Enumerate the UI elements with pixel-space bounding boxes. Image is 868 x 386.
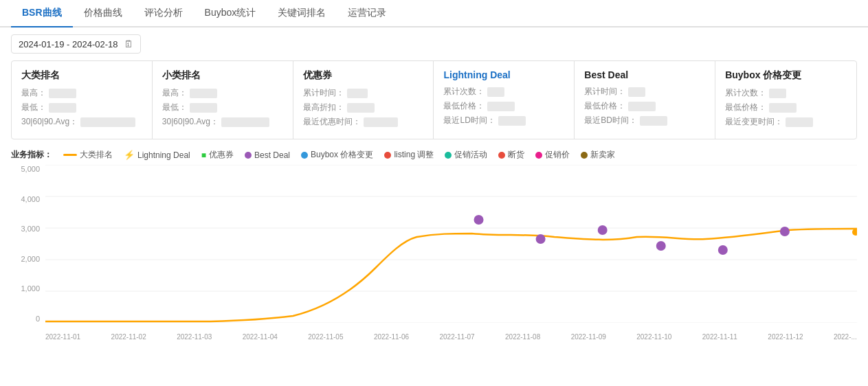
chart-svg: [45, 165, 857, 323]
y-label-3000: 3,000: [21, 225, 40, 233]
stat-major-rank-row-2: 30|60|90.Avg：: [21, 116, 142, 128]
x-axis: 2022-11-01 2022-11-02 2022-11-03 2022-11…: [45, 323, 857, 343]
legend-bestdeal[interactable]: Best Deal: [245, 150, 290, 160]
tab-bsr[interactable]: BSR曲线: [11, 0, 73, 27]
tab-keyword[interactable]: 关键词排名: [267, 0, 337, 27]
stat-lightning: Lightning Deal 累计次数： 最低价格： 最近LD时间：: [434, 61, 575, 139]
y-label-2000: 2,000: [21, 255, 40, 263]
tab-price[interactable]: 价格曲线: [73, 0, 133, 27]
legend-major-rank-label: 大类排名: [80, 149, 113, 161]
legend-bestdeal-dot: [245, 152, 252, 159]
legend-bestdeal-label: Best Deal: [254, 150, 290, 160]
bestdeal-dot-2: [536, 234, 546, 244]
legend-newseller-label: 新卖家: [590, 149, 615, 161]
x-label-1104: 2022-11-04: [243, 333, 278, 341]
legend-outofstock-label: 断货: [508, 149, 524, 161]
legend-promo[interactable]: 促销活动: [445, 149, 487, 161]
lightning-icon: ⚡: [124, 150, 135, 160]
bsr-chart: 5,000 4,000 3,000 2,000 1,000 0: [11, 165, 857, 343]
legend-promo-dot: [445, 152, 452, 159]
bestdeal-dot-1: [474, 215, 484, 225]
legend-buybox-label: Buybox 价格变更: [311, 149, 373, 161]
legend-newseller-dot: [581, 152, 588, 159]
legend-newseller[interactable]: 新卖家: [581, 149, 615, 161]
legend-lightning-label: Lightning Deal: [137, 150, 190, 160]
y-axis: 5,000 4,000 3,000 2,000 1,000 0: [11, 165, 45, 323]
chart-container: 5,000 4,000 3,000 2,000 1,000 0: [11, 165, 857, 343]
x-label-1111: 2022-11-11: [702, 333, 737, 341]
bestdeal-dot-5: [718, 245, 728, 255]
bestdeal-dot-4: [656, 241, 666, 251]
calendar-icon: 🗓: [124, 38, 133, 49]
stat-bestdeal: Best Deal 累计时间： 最低价格： 最近BD时间：: [575, 61, 715, 139]
bsr-line: [45, 229, 857, 321]
x-label-1108: 2022-11-08: [505, 333, 540, 341]
stat-major-rank-value-1: [49, 103, 76, 113]
legend-outofstock[interactable]: 断货: [498, 149, 524, 161]
stat-minor-rank: 小类排名 最高： 最低： 30|60|90.Avg：: [153, 61, 293, 139]
stat-major-rank-label-2: 30|60|90.Avg：: [21, 116, 78, 128]
stat-coupon: 优惠券 累计时间： 最高折扣： 最近优惠时间：: [293, 61, 434, 139]
stat-coupon-title: 优惠券: [303, 69, 424, 82]
tab-review[interactable]: 评论分析: [133, 0, 194, 27]
stat-major-rank-title: 大类排名: [21, 69, 142, 82]
x-label-1106: 2022-11-06: [374, 333, 409, 341]
date-range-picker[interactable]: 2024-01-19 - 2024-02-18 🗓: [11, 34, 141, 54]
coupon-icon: ■: [201, 150, 206, 160]
legend-outofstock-dot: [498, 152, 505, 159]
stat-major-rank-label-1: 最低：: [21, 102, 46, 113]
stats-grid: 大类排名 最高： 最低： 30|60|90.Avg： 小类排名 最高： 最低： …: [11, 60, 857, 139]
x-label-1110: 2022-11-10: [636, 333, 671, 341]
legend-promo-label: 促销活动: [454, 149, 487, 161]
legend-listing[interactable]: listing 调整: [384, 149, 434, 161]
bsr-end-dot: [852, 229, 857, 236]
y-label-5000: 5,000: [21, 165, 40, 173]
stat-bestdeal-title: Best Deal: [584, 69, 705, 80]
stat-major-rank-value-2: [80, 117, 135, 127]
x-label-1105: 2022-11-05: [308, 333, 343, 341]
chart-legend: 业务指标： 大类排名 ⚡ Lightning Deal ■ 优惠券 Best D…: [0, 145, 868, 165]
tab-buybox[interactable]: Buybox统计: [194, 0, 267, 27]
legend-buybox[interactable]: Buybox 价格变更: [301, 149, 373, 161]
x-label-1112: 2022-11-12: [768, 333, 803, 341]
legend-buybox-dot: [301, 152, 308, 159]
legend-major-rank-line: [63, 154, 77, 156]
legend-procoprice[interactable]: 促销价: [535, 149, 570, 161]
stat-major-rank-value-0: [49, 89, 76, 98]
legend-listing-label: listing 调整: [394, 149, 434, 161]
y-label-0: 0: [36, 315, 40, 323]
x-label-1101: 2022-11-01: [45, 333, 80, 341]
x-label-1103: 2022-11-03: [177, 333, 212, 341]
tab-bar: BSR曲线 价格曲线 评论分析 Buybox统计 关键词排名 运营记录: [0, 0, 868, 27]
x-label-more: 2022-...: [834, 333, 857, 341]
x-label-1102: 2022-11-02: [111, 333, 146, 341]
stat-minor-rank-title: 小类排名: [162, 69, 283, 82]
legend-coupon[interactable]: ■ 优惠券: [201, 149, 234, 161]
legend-lightning[interactable]: ⚡ Lightning Deal: [124, 150, 190, 160]
y-label-4000: 4,000: [21, 195, 40, 203]
legend-procoprice-label: 促销价: [545, 149, 570, 161]
legend-listing-dot: [384, 152, 391, 159]
legend-prefix: 业务指标：: [11, 149, 52, 161]
stat-lightning-title: Lightning Deal: [443, 69, 564, 80]
stat-major-rank-label-0: 最高：: [21, 87, 46, 99]
stat-major-rank-row-1: 最低：: [21, 102, 142, 113]
stat-major-rank-row-0: 最高：: [21, 87, 142, 99]
date-range-value: 2024-01-19 - 2024-02-18: [19, 39, 118, 49]
legend-procoprice-dot: [535, 152, 542, 159]
stat-buybox-price: Buybox 价格变更 累计次数： 最低价格： 最近变更时间：: [715, 61, 856, 139]
x-label-1107: 2022-11-07: [439, 333, 474, 341]
x-label-1109: 2022-11-09: [571, 333, 606, 341]
bestdeal-dot-6: [780, 227, 790, 236]
chart-plot: [45, 165, 857, 323]
bestdeal-dot-3: [598, 225, 608, 235]
stat-major-rank: 大类排名 最高： 最低： 30|60|90.Avg：: [12, 61, 153, 139]
y-label-1000: 1,000: [21, 284, 40, 293]
tab-ops[interactable]: 运营记录: [337, 0, 397, 27]
legend-coupon-label: 优惠券: [209, 149, 234, 161]
legend-major-rank[interactable]: 大类排名: [63, 149, 113, 161]
stat-buybox-price-title: Buybox 价格变更: [725, 69, 847, 82]
